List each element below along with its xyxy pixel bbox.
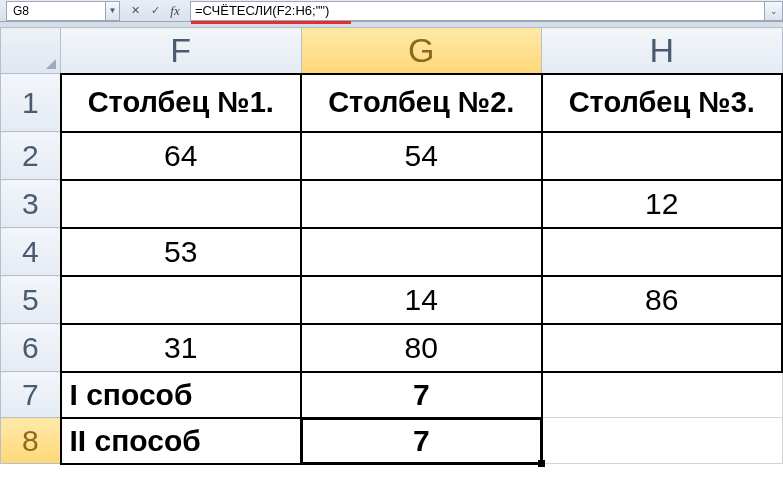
formula-bar: G8 ▼ ✕ ✓ fx =СЧЁТЕСЛИ(F2:H6;"") ⌄ [0,0,783,22]
row-7: 7 I способ 7 [1,372,783,418]
cancel-icon[interactable]: ✕ [126,2,144,20]
cell-G6[interactable]: 80 [301,324,542,372]
expand-formula-bar-icon[interactable]: ⌄ [765,1,783,21]
cell-G2[interactable]: 54 [301,132,542,180]
row-header-7[interactable]: 7 [1,372,61,418]
cell-G1[interactable]: Столбец №2. [301,74,542,132]
row-1: 1 Столбец №1. Столбец №2. Столбец №3. [1,74,783,132]
cell-G8[interactable]: 7 [301,418,542,464]
cell-F4[interactable]: 53 [61,228,302,276]
cell-F3[interactable] [61,180,302,228]
cell-G7[interactable]: 7 [301,372,542,418]
row-header-5[interactable]: 5 [1,276,61,324]
cell-H6[interactable] [542,324,783,372]
cell-F1[interactable]: Столбец №1. [61,74,302,132]
cell-F2[interactable]: 64 [61,132,302,180]
row-5: 5 14 86 [1,276,783,324]
column-header-row: F G H [1,28,783,74]
cell-H8[interactable] [542,418,783,464]
cell-H2[interactable] [542,132,783,180]
row-header-6[interactable]: 6 [1,324,61,372]
row-3: 3 12 [1,180,783,228]
name-box[interactable]: G8 [6,1,106,21]
row-8: 8 II способ 7 [1,418,783,464]
select-all-corner[interactable] [1,28,61,74]
annotation-underline [191,21,351,24]
cell-F5[interactable] [61,276,302,324]
row-header-4[interactable]: 4 [1,228,61,276]
cell-G4[interactable] [301,228,542,276]
fx-icon[interactable]: fx [166,2,184,20]
enter-icon[interactable]: ✓ [146,2,164,20]
cell-H4[interactable] [542,228,783,276]
col-header-H[interactable]: H [542,28,783,74]
name-box-dropdown[interactable]: ▼ [106,1,120,21]
formula-text: =СЧЁТЕСЛИ(F2:H6;"") [195,3,329,18]
row-2: 2 64 54 [1,132,783,180]
worksheet-grid[interactable]: F G H 1 Столбец №1. Столбец №2. Столбец … [0,27,783,503]
cell-F8[interactable]: II способ [61,418,302,464]
cell-F7[interactable]: I способ [61,372,302,418]
col-header-F[interactable]: F [61,28,302,74]
row-4: 4 53 [1,228,783,276]
cell-H5[interactable]: 86 [542,276,783,324]
formula-buttons: ✕ ✓ fx [126,2,184,20]
cell-G3[interactable] [301,180,542,228]
cell-F6[interactable]: 31 [61,324,302,372]
row-6: 6 31 80 [1,324,783,372]
cell-G5[interactable]: 14 [301,276,542,324]
row-header-3[interactable]: 3 [1,180,61,228]
cell-H7[interactable] [542,372,783,418]
cell-H1[interactable]: Столбец №3. [542,74,783,132]
col-header-G[interactable]: G [301,28,542,74]
formula-input[interactable]: =СЧЁТЕСЛИ(F2:H6;"") [190,1,765,21]
row-header-2[interactable]: 2 [1,132,61,180]
cell-H3[interactable]: 12 [542,180,783,228]
row-header-8[interactable]: 8 [1,418,61,464]
grid-table: F G H 1 Столбец №1. Столбец №2. Столбец … [0,27,783,465]
row-header-1[interactable]: 1 [1,74,61,132]
name-box-value: G8 [13,4,29,18]
